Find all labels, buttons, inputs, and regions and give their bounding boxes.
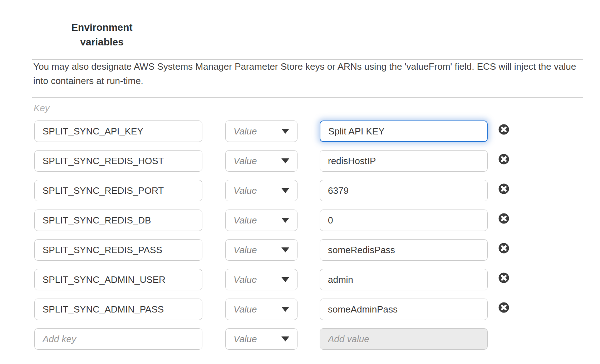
value-type-dropdown[interactable]: Value bbox=[225, 328, 297, 350]
remove-variable-button[interactable] bbox=[498, 272, 509, 283]
close-icon bbox=[498, 124, 509, 135]
env-key-input[interactable] bbox=[34, 180, 202, 201]
chevron-down-icon bbox=[281, 218, 289, 223]
close-icon bbox=[498, 183, 509, 194]
env-var-row: Value bbox=[0, 180, 600, 201]
chevron-down-icon bbox=[281, 336, 289, 341]
chevron-down-icon bbox=[281, 158, 289, 163]
env-key-input[interactable] bbox=[34, 120, 202, 142]
add-key-input[interactable] bbox=[34, 328, 202, 350]
divider-middle bbox=[32, 97, 583, 98]
value-type-dropdown[interactable]: Value bbox=[225, 239, 297, 261]
key-column-header: Key bbox=[34, 103, 50, 114]
env-key-input[interactable] bbox=[34, 150, 202, 172]
environment-variables-section: Environment variables You may also desig… bbox=[0, 0, 600, 364]
env-var-row: Value bbox=[0, 150, 600, 172]
value-type-label: Value bbox=[233, 185, 257, 196]
chevron-down-icon bbox=[281, 129, 289, 134]
value-type-label: Value bbox=[233, 304, 257, 315]
remove-variable-button[interactable] bbox=[498, 243, 509, 254]
env-value-input[interactable] bbox=[320, 210, 488, 231]
env-var-row: Value bbox=[0, 120, 600, 142]
value-type-dropdown[interactable]: Value bbox=[225, 120, 297, 142]
value-type-dropdown[interactable]: Value bbox=[225, 210, 297, 231]
value-type-label: Value bbox=[233, 245, 257, 256]
value-type-label: Value bbox=[233, 215, 257, 226]
env-value-input[interactable] bbox=[320, 239, 488, 261]
value-type-label: Value bbox=[233, 126, 257, 137]
chevron-down-icon bbox=[281, 188, 289, 193]
env-value-input[interactable] bbox=[320, 269, 488, 290]
section-description: You may also designate AWS Systems Manag… bbox=[33, 59, 586, 88]
env-value-input[interactable] bbox=[320, 120, 488, 142]
value-type-dropdown[interactable]: Value bbox=[225, 299, 297, 320]
chevron-down-icon bbox=[281, 307, 289, 312]
env-value-input[interactable] bbox=[320, 180, 488, 201]
value-type-dropdown[interactable]: Value bbox=[225, 180, 297, 201]
section-label: Environment variables bbox=[55, 20, 148, 49]
chevron-down-icon bbox=[281, 277, 289, 282]
env-var-row: Value bbox=[0, 269, 600, 290]
value-type-dropdown[interactable]: Value bbox=[225, 269, 297, 290]
env-value-input[interactable] bbox=[320, 299, 488, 320]
close-icon bbox=[498, 243, 509, 254]
env-key-input[interactable] bbox=[34, 299, 202, 320]
env-key-input[interactable] bbox=[34, 239, 202, 261]
env-key-input[interactable] bbox=[34, 210, 202, 231]
add-value-input[interactable] bbox=[320, 328, 488, 350]
close-icon bbox=[498, 154, 509, 164]
remove-variable-button[interactable] bbox=[498, 183, 509, 194]
remove-variable-button[interactable] bbox=[498, 124, 509, 135]
env-var-rows: Value Value bbox=[0, 120, 600, 358]
env-var-row: Value bbox=[0, 239, 600, 261]
value-type-label: Value bbox=[233, 274, 257, 285]
value-type-label: Value bbox=[233, 334, 257, 345]
chevron-down-icon bbox=[281, 247, 289, 252]
close-icon bbox=[498, 272, 509, 283]
value-type-label: Value bbox=[233, 156, 257, 167]
remove-variable-button[interactable] bbox=[498, 154, 509, 164]
env-value-input[interactable] bbox=[320, 150, 488, 172]
remove-variable-button[interactable] bbox=[498, 302, 509, 313]
remove-variable-button[interactable] bbox=[498, 213, 509, 224]
close-icon bbox=[498, 302, 509, 313]
env-var-row: Value bbox=[0, 210, 600, 231]
env-var-row: Value bbox=[0, 328, 600, 350]
value-type-dropdown[interactable]: Value bbox=[225, 150, 297, 172]
env-key-input[interactable] bbox=[34, 269, 202, 290]
env-var-row: Value bbox=[0, 299, 600, 320]
close-icon bbox=[498, 213, 509, 224]
